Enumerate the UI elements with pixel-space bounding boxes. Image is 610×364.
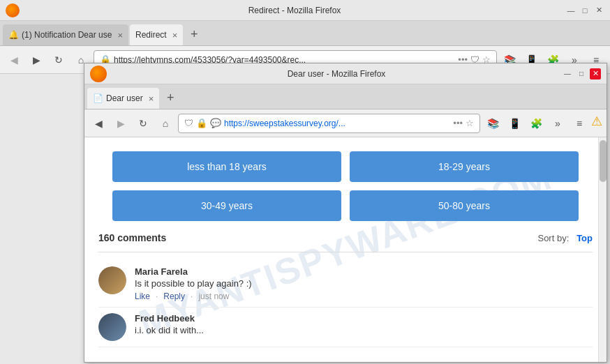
inner-bookmark-icon[interactable]: ☆	[466, 118, 474, 128]
outer-tab-notification-label: (1) Notification Dear use	[22, 30, 112, 40]
inner-shield-icon: 🛡	[184, 118, 193, 128]
age-selection-area: less than 18 years 18-29 years 30-49 yea…	[84, 137, 607, 221]
warning-icon: ⚠	[591, 114, 602, 133]
comment-item: Maria Farela Is it possible to play agai…	[98, 261, 593, 308]
inner-menu-button[interactable]: ≡	[570, 114, 589, 133]
sort-label: Sort by:	[537, 233, 569, 243]
comment-text: i.i. ok did it with...	[135, 325, 204, 335]
sort-value[interactable]: Top	[576, 233, 593, 243]
firefox-logo-icon	[6, 3, 20, 17]
inner-minimize-button[interactable]: —	[562, 68, 573, 79]
comment-text: Is it possible to play again? :)	[135, 278, 252, 289]
inner-tab-dear-user[interactable]: 📄 Dear user ×	[87, 88, 159, 109]
inner-maximize-button[interactable]: □	[576, 68, 587, 79]
comment-author: Fred Hedbeek	[135, 313, 204, 324]
outer-close-button[interactable]: ✕	[593, 5, 604, 16]
outer-maximize-button[interactable]: □	[579, 5, 590, 16]
inner-tab-label: Dear user	[106, 93, 143, 103]
inner-tab-icon: 📄	[93, 93, 103, 103]
inner-reload-button[interactable]: ↻	[133, 114, 153, 133]
comments-section: 160 comments Sort by: Top Maria Farela I…	[84, 221, 607, 347]
avatar	[98, 313, 126, 341]
comments-header: 160 comments Sort by: Top	[98, 232, 593, 252]
inner-back-button[interactable]: ◀	[89, 114, 108, 133]
scrollbar-thumb[interactable]	[600, 140, 607, 182]
outer-new-tab-button[interactable]: +	[184, 24, 204, 44]
comments-count: 160 comments	[98, 232, 166, 243]
age-button-50-80[interactable]: 50-80 years	[350, 190, 579, 221]
comment-actions: Like · Reply · just now	[135, 291, 252, 301]
age-button-18-29[interactable]: 18-29 years	[350, 151, 579, 182]
inner-addon-button[interactable]: 🧩	[526, 114, 546, 133]
comment-item: Fred Hedbeek i.i. ok did it with...	[98, 308, 593, 347]
age-row-1: less than 18 years 18-29 years	[112, 151, 579, 182]
sort-by-area: Sort by: Top	[537, 233, 593, 243]
comment-body: Fred Hedbeek i.i. ok did it with...	[135, 313, 204, 341]
outer-title-bar: Redirect - Mozilla Firefox — □ ✕	[0, 0, 610, 21]
age-button-under18[interactable]: less than 18 years	[112, 151, 341, 182]
inner-lock-icon: 🔒	[196, 118, 207, 128]
inner-tab-bar: 📄 Dear user × +	[84, 84, 607, 109]
inner-title-bar: Dear user - Mozilla Firefox — □ ✕	[84, 63, 607, 84]
inner-overflow-button[interactable]: »	[548, 114, 567, 133]
outer-window-controls: — □ ✕	[565, 5, 604, 16]
outer-tab-notification[interactable]: 🔔 (1) Notification Dear use ×	[3, 24, 128, 45]
outer-reload-button[interactable]: ↻	[49, 50, 68, 70]
inner-firefox-logo-icon	[90, 66, 107, 82]
inner-main-content: MYANTISPYWARE.COM less than 18 years 18-…	[84, 137, 607, 362]
inner-nav-right: 📚 📱 🧩 » ≡ ⚠	[483, 114, 602, 133]
outer-tab-redirect-label: Redirect	[135, 30, 167, 40]
inner-url-text: https://sweepstakessurvey.org/...	[224, 119, 450, 128]
comment-body: Maria Farela Is it possible to play agai…	[135, 266, 252, 301]
outer-tab-redirect[interactable]: Redirect ×	[130, 24, 183, 45]
comment-author: Maria Farela	[135, 266, 252, 277]
inner-bookmarks-button[interactable]: 📚	[483, 114, 503, 133]
inner-nav-bar: ◀ ▶ ↻ ⌂ 🛡 🔒 💬 https://sweepstakessurvey.…	[84, 109, 607, 137]
outer-tab-notification-close[interactable]: ×	[117, 30, 123, 40]
outer-tab-bar: 🔔 (1) Notification Dear use × Redirect ×…	[0, 21, 610, 46]
outer-back-button[interactable]: ◀	[4, 50, 24, 70]
outer-window-title: Redirect - Mozilla Firefox	[24, 6, 565, 15]
outer-forward-button[interactable]: ▶	[27, 50, 46, 70]
comment-time: just now	[198, 291, 229, 301]
age-button-30-49[interactable]: 30-49 years	[112, 190, 341, 221]
inner-home-button[interactable]: ⌂	[156, 114, 175, 133]
avatar	[98, 266, 126, 294]
like-button[interactable]: Like	[135, 291, 150, 301]
inner-comment-icon: 💬	[210, 118, 221, 128]
inner-more-icon[interactable]: •••	[453, 118, 463, 128]
age-row-2: 30-49 years 50-80 years	[112, 190, 579, 221]
inner-close-button[interactable]: ✕	[590, 68, 601, 79]
inner-new-tab-button[interactable]: +	[161, 88, 180, 107]
inner-forward-button[interactable]: ▶	[111, 114, 131, 133]
outer-tab-redirect-close[interactable]: ×	[172, 30, 178, 40]
scrollbar[interactable]	[598, 137, 607, 362]
inner-window-controls: — □ ✕	[562, 68, 601, 79]
inner-synced-button[interactable]: 📱	[505, 114, 524, 133]
outer-minimize-button[interactable]: —	[565, 5, 576, 16]
tab-icon: 🔔	[8, 30, 19, 40]
inner-tab-close[interactable]: ×	[149, 93, 154, 104]
inner-url-bar[interactable]: 🛡 🔒 💬 https://sweepstakessurvey.org/... …	[178, 114, 480, 133]
reply-button[interactable]: Reply	[163, 291, 185, 301]
inner-browser-window: Dear user - Mozilla Firefox — □ ✕ 📄 Dear…	[84, 63, 607, 363]
inner-window-title: Dear user - Mozilla Firefox	[111, 69, 562, 79]
